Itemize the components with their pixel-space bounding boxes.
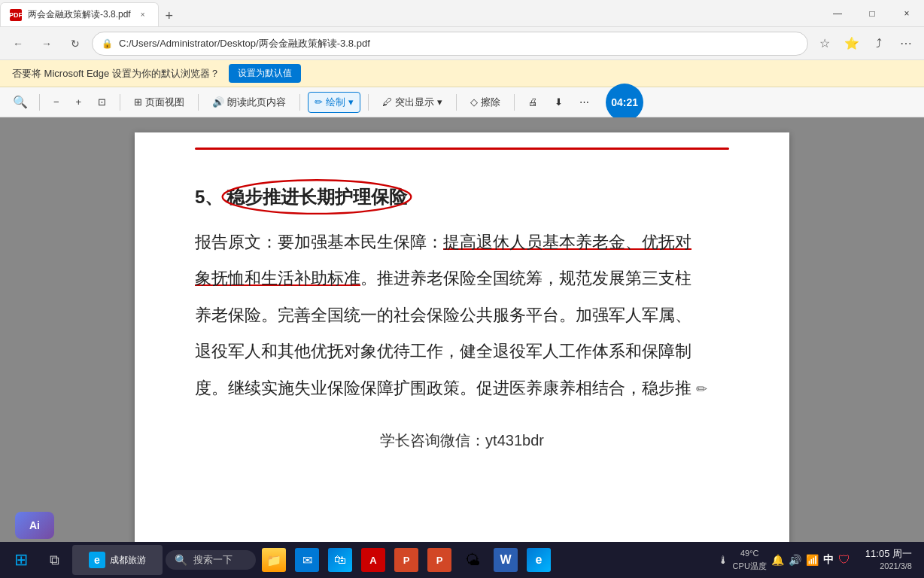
- pencil-mark: ✏: [696, 382, 707, 397]
- share-btn[interactable]: ⤴: [867, 32, 891, 56]
- page-view-label: 页面视图: [145, 96, 184, 109]
- folder-icon: 📁: [262, 548, 286, 572]
- section-title: 稳步推进长期护理保险: [226, 185, 407, 209]
- contact-info: 学长咨询微信：yt431bdr: [195, 430, 729, 451]
- cpu-temp-icon[interactable]: 🌡: [718, 554, 728, 566]
- ppt-icon: P: [394, 548, 418, 572]
- erase-label: 擦除: [481, 96, 500, 109]
- settings-btn[interactable]: ⋯: [894, 32, 918, 56]
- set-default-btn[interactable]: 设置为默认值: [229, 64, 301, 83]
- underlined-text: 提高退休人员基本养老金、优抚对: [443, 233, 691, 251]
- tab-area: PDF 两会金融政策解读-3.8.pdf × +: [0, 0, 180, 26]
- zoom-in-btn[interactable]: +: [70, 92, 88, 113]
- tab-favicon: PDF: [10, 9, 22, 21]
- file-explorer-btn[interactable]: 📁: [259, 545, 289, 575]
- toolbar-sep-2: [120, 94, 120, 111]
- chengdu-tourism-btn[interactable]: e 成都旅游: [72, 545, 163, 575]
- underlined-text-2: 象抚恤和生活补助标准: [195, 269, 360, 287]
- browser-toolbar: ☆ ⭐ ⤴ ⋯: [813, 32, 918, 56]
- active-tab[interactable]: PDF 两会金融政策解读-3.8.pdf ×: [0, 2, 159, 26]
- time-badge: 04:21: [606, 84, 643, 121]
- ai-label: Ai: [29, 519, 40, 531]
- chengdu-label: 成都旅游: [110, 554, 146, 567]
- draw-dropdown-icon: ▾: [348, 96, 354, 108]
- cpu-info: 49°C CPU温度: [733, 547, 767, 572]
- toolbar-sep-3: [198, 94, 199, 111]
- tab-close-btn[interactable]: ×: [137, 9, 149, 21]
- favorites-btn[interactable]: ☆: [813, 32, 837, 56]
- taskbar-search[interactable]: 🔍 搜索一下: [166, 550, 256, 570]
- read-aloud-btn[interactable]: 🔊 朗读此页内容: [206, 92, 292, 113]
- maximize-btn[interactable]: □: [855, 0, 889, 27]
- search-icon: 🔍: [175, 554, 187, 566]
- weather-btn[interactable]: 🌤: [457, 545, 488, 575]
- draw-btn[interactable]: ✏ 绘制 ▾: [308, 92, 360, 113]
- mail-icon: ✉: [295, 548, 319, 572]
- draw-label: 绘制: [326, 96, 345, 109]
- collections-btn[interactable]: ⭐: [840, 32, 864, 56]
- text-cont-2: 养老保险。完善全国统一的社会保险公共服务平台。加强军人军属、: [195, 306, 691, 324]
- ppt-btn[interactable]: P: [391, 545, 421, 575]
- lang-icon[interactable]: 中: [823, 553, 834, 567]
- draw-icon: ✏: [315, 96, 323, 108]
- systray-icons: 🌡 49°C CPU温度 🔔 🔊 📶 中 🛡: [712, 547, 856, 572]
- highlight-dropdown-icon: ▾: [437, 96, 442, 108]
- highlight-btn[interactable]: 🖊 突出显示 ▾: [376, 92, 448, 113]
- ai-button[interactable]: Ai: [15, 512, 54, 539]
- close-btn[interactable]: ×: [889, 0, 924, 27]
- antivirus-icon[interactable]: 🛡: [838, 553, 850, 567]
- store-btn[interactable]: 🛍: [325, 545, 355, 575]
- refresh-btn[interactable]: ↻: [63, 32, 87, 56]
- start-btn[interactable]: ⊞: [6, 545, 36, 575]
- back-btn[interactable]: ←: [6, 32, 30, 56]
- task-view-icon: ⧉: [42, 548, 66, 572]
- word-btn[interactable]: W: [491, 545, 521, 575]
- titlebar: PDF 两会金融政策解读-3.8.pdf × + — □ ×: [0, 0, 924, 27]
- windows-icon: ⊞: [9, 548, 33, 572]
- mail-btn[interactable]: ✉: [292, 545, 322, 575]
- weather-icon: 🌤: [460, 548, 485, 572]
- task-view-btn[interactable]: ⧉: [39, 545, 69, 575]
- window-controls: — □ ×: [820, 0, 924, 26]
- acrobat-btn[interactable]: A: [358, 545, 388, 575]
- erase-btn[interactable]: ◇ 擦除: [464, 92, 506, 113]
- edge-btn[interactable]: e: [524, 545, 554, 575]
- toolbar-sep-5: [368, 94, 369, 111]
- default-browser-bar: 否要将 Microsoft Edge 设置为你的默认浏览器？ 设置为默认值: [0, 60, 924, 87]
- page-view-btn[interactable]: ⊞ 页面视图: [128, 92, 190, 113]
- contact-text: 学长咨询微信：yt431bdr: [380, 432, 544, 449]
- read-aloud-icon: 🔊: [212, 96, 224, 108]
- edge-icon: e: [527, 548, 551, 572]
- new-tab-btn[interactable]: +: [159, 5, 180, 26]
- ppt2-btn[interactable]: P: [424, 545, 454, 575]
- body-text: 报告原文：要加强基本民生保障：提高退休人员基本养老金、优抚对 象抚恤和生活补助标…: [195, 224, 729, 406]
- print-btn[interactable]: 🖨: [522, 92, 544, 113]
- network-icon[interactable]: 📶: [806, 554, 819, 566]
- volume-icon[interactable]: 🔊: [789, 554, 801, 566]
- clock-time: 11:05 周一: [865, 547, 912, 561]
- ppt2-icon: P: [427, 548, 451, 572]
- svg-point-0: [222, 180, 411, 214]
- clock[interactable]: 11:05 周一 2021/3/8: [859, 547, 918, 573]
- toolbar-sep-4: [299, 94, 300, 111]
- zoom-out-btn[interactable]: −: [47, 92, 65, 113]
- red-annotation-line: [195, 148, 729, 150]
- search-label: 搜索一下: [193, 553, 233, 567]
- erase-icon: ◇: [470, 96, 478, 108]
- save-btn[interactable]: ⬇: [549, 92, 569, 113]
- pdf-search-btn[interactable]: 🔍: [9, 91, 32, 114]
- fit-btn[interactable]: ⊡: [92, 92, 112, 113]
- tab-title: 两会金融政策解读-3.8.pdf: [28, 8, 131, 21]
- store-icon: 🛍: [328, 548, 352, 572]
- highlight-icon: 🖊: [382, 96, 392, 108]
- pdf-toolbar: 🔍 − + ⊡ ⊞ 页面视图 🔊 朗读此页内容 ✏ 绘制 ▾ 🖊 突出显示 ▾ …: [0, 87, 924, 117]
- minimize-btn[interactable]: —: [820, 0, 855, 27]
- address-input[interactable]: 🔒 C:/Users/Administrator/Desktop/两会金融政策解…: [92, 32, 808, 56]
- chengdu-icon: e: [89, 552, 105, 568]
- more-btn[interactable]: ⋯: [573, 92, 595, 113]
- toolbar-sep-1: [39, 94, 40, 111]
- circle-annotation: [219, 178, 415, 217]
- forward-btn[interactable]: →: [35, 32, 59, 56]
- highlight-label: 突出显示: [395, 96, 434, 109]
- notification-icon[interactable]: 🔔: [771, 554, 784, 566]
